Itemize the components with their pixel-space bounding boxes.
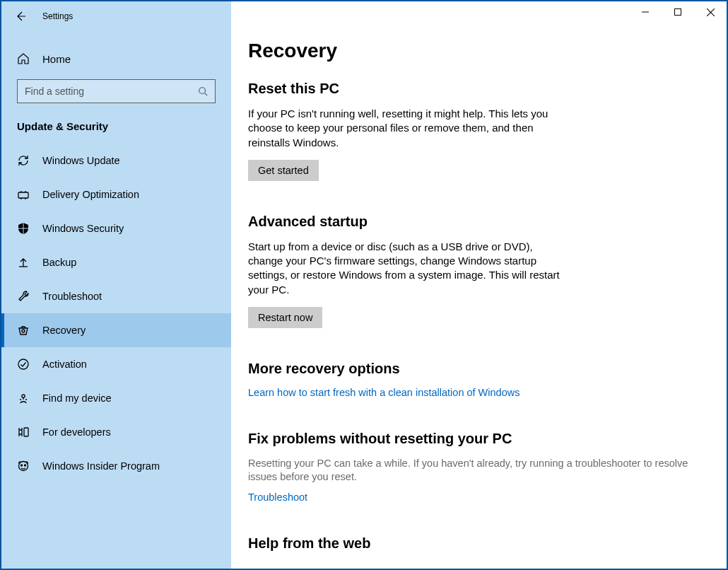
fix-heading: Fix problems without resetting your PC <box>248 431 710 447</box>
sidebar-item-activation[interactable]: Activation <box>1 347 231 381</box>
sidebar-nav: Windows Update Delivery Optimization Win… <box>1 144 231 483</box>
home-icon <box>17 52 30 65</box>
window-controls <box>231 1 727 27</box>
more-heading: More recovery options <box>248 361 700 377</box>
search-icon <box>198 86 208 96</box>
minimize-button[interactable] <box>629 1 662 23</box>
svg-point-2 <box>22 330 25 332</box>
wrench-icon <box>17 290 30 303</box>
advanced-body: Start up from a device or disc (such as … <box>248 240 566 297</box>
sidebar: Settings Home Update & Security Windo <box>1 1 231 569</box>
sidebar-item-find-my-device[interactable]: Find my device <box>1 381 231 415</box>
svg-point-0 <box>199 88 206 94</box>
reset-body: If your PC isn't running well, resetting… <box>248 107 566 150</box>
sidebar-item-label: For developers <box>42 426 111 438</box>
sidebar-item-windows-update[interactable]: Windows Update <box>1 144 231 178</box>
search-input[interactable] <box>25 86 198 97</box>
minimize-icon <box>642 8 649 16</box>
maximize-icon <box>674 8 681 16</box>
insider-icon <box>17 460 30 472</box>
help-heading: Help from the web <box>248 535 700 552</box>
sidebar-section-title: Update & Security <box>1 113 231 144</box>
reset-heading: Reset this PC <box>248 81 700 97</box>
sidebar-item-label: Find my device <box>42 392 112 404</box>
home-button[interactable]: Home <box>1 45 231 72</box>
sidebar-item-label: Windows Security <box>42 223 124 234</box>
close-button[interactable] <box>694 1 727 23</box>
window-title: Settings <box>42 11 73 21</box>
advanced-heading: Advanced startup <box>248 214 700 230</box>
sidebar-item-label: Delivery Optimization <box>42 189 139 200</box>
svg-rect-1 <box>18 192 28 198</box>
close-icon <box>707 8 715 16</box>
search-wrap <box>1 72 231 113</box>
section-fix-problems: Fix problems without resetting your PC R… <box>248 431 710 503</box>
content-area: Recovery Reset this PC If your PC isn't … <box>231 1 727 569</box>
fix-body: Resetting your PC can take a while. If y… <box>248 457 710 484</box>
maximize-button[interactable] <box>662 1 694 23</box>
sidebar-item-delivery-optimization[interactable]: Delivery Optimization <box>1 178 231 211</box>
sidebar-item-label: Recovery <box>42 325 86 336</box>
sidebar-item-windows-security[interactable]: Windows Security <box>1 211 231 245</box>
settings-window: Settings Home Update & Security Windo <box>1 1 727 569</box>
troubleshoot-link[interactable]: Troubleshoot <box>248 492 307 503</box>
content-scroll[interactable]: Recovery Reset this PC If your PC isn't … <box>231 27 727 569</box>
page-title: Recovery <box>248 40 710 62</box>
section-help-web: Help from the web <box>248 535 700 552</box>
sidebar-item-label: Backup <box>42 257 76 268</box>
svg-point-3 <box>18 359 28 369</box>
section-advanced-startup: Advanced startup Start up from a device … <box>248 214 700 328</box>
developers-icon <box>17 426 30 438</box>
restart-now-button[interactable]: Restart now <box>248 307 322 328</box>
sidebar-item-label: Activation <box>42 359 87 370</box>
svg-point-7 <box>21 465 23 466</box>
sidebar-item-troubleshoot[interactable]: Troubleshoot <box>1 279 231 313</box>
titlebar-left: Settings <box>1 6 231 27</box>
get-started-button[interactable]: Get started <box>248 160 319 181</box>
delivery-icon <box>17 188 30 201</box>
sidebar-item-windows-insider[interactable]: Windows Insider Program <box>1 449 231 483</box>
home-label: Home <box>42 53 71 65</box>
section-reset-pc: Reset this PC If your PC isn't running w… <box>248 81 700 181</box>
section-more-recovery: More recovery options Learn how to start… <box>248 361 700 398</box>
shield-icon <box>17 222 30 235</box>
refresh-icon <box>17 154 30 167</box>
back-button[interactable] <box>14 10 27 23</box>
check-circle-icon <box>17 358 30 371</box>
sidebar-item-label: Troubleshoot <box>42 291 102 302</box>
arrow-left-icon <box>15 11 26 22</box>
find-device-icon <box>17 392 30 405</box>
sidebar-item-for-developers[interactable]: For developers <box>1 415 231 449</box>
sidebar-item-label: Windows Update <box>42 155 120 166</box>
svg-rect-5 <box>24 428 28 436</box>
svg-point-4 <box>22 395 25 397</box>
sidebar-item-recovery[interactable]: Recovery <box>1 313 231 347</box>
start-fresh-link[interactable]: Learn how to start fresh with a clean in… <box>248 387 519 398</box>
svg-point-8 <box>25 465 26 466</box>
recovery-icon <box>17 324 30 337</box>
svg-rect-9 <box>675 9 681 16</box>
sidebar-item-label: Windows Insider Program <box>42 460 160 472</box>
sidebar-item-backup[interactable]: Backup <box>1 245 231 279</box>
search-box[interactable] <box>17 79 216 103</box>
backup-icon <box>17 256 30 269</box>
